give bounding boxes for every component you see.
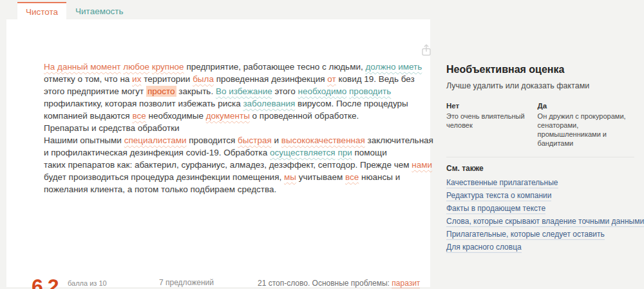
plain-text: помощи (352, 148, 387, 157)
editor-text-area[interactable]: На данный момент любое крупное предприят… (44, 61, 434, 195)
see-also-link-for-fancy-words[interactable]: Для красного словца (446, 243, 522, 253)
highlighted-word[interactable]: крупное (152, 62, 184, 72)
highlighted-word[interactable]: проводить (349, 86, 391, 96)
highlighted-word[interactable]: от (327, 74, 336, 84)
explanation-advice: Лучше удалить или доказать фактами (446, 81, 634, 90)
glavred-score: 6,2 (32, 275, 58, 289)
plain-text: таких препаратов как: абактерил, сурфани… (44, 160, 412, 170)
plain-text: проведенная дезинфекция (214, 74, 327, 84)
plain-text: предприятие, работающее тесно с людьми, (184, 62, 366, 72)
highlighted-word[interactable]: все (345, 172, 359, 182)
highlighted-word[interactable]: необходимо (298, 86, 347, 96)
plain-text: закрыть. (176, 86, 216, 96)
stop-word-summary: 21 стоп-слово. Основные проблемы: парази… (258, 278, 451, 289)
highlighted-word[interactable]: нами (412, 160, 432, 170)
plain-text: проводится (187, 135, 238, 145)
see-also-label: См. также (446, 164, 634, 173)
score-caption-line1: балла из 10 (68, 279, 131, 288)
bad-example-text: Это очень влиятельный человек (446, 112, 533, 130)
plain-text: Нашими опытными (44, 135, 124, 145)
plain-text: Препараты и средства обработки (44, 123, 180, 133)
score-caption: балла из 10 по шкале Главреда (68, 279, 131, 289)
highlighted-word[interactable]: должно иметь (365, 62, 422, 72)
text-counts: 7 предложений 102 слова, 820 знаков (159, 278, 238, 289)
plain-text: этого (272, 86, 298, 96)
highlighted-word[interactable]: все (132, 111, 146, 121)
plain-text: и профилактическая дезинфекция covid-19.… (44, 148, 270, 157)
highlighted-word[interactable]: была (193, 74, 214, 84)
good-example-column: Да Он дружил с прокурорами, сенаторами, … (538, 102, 634, 148)
sentence-count: 7 предложений (159, 278, 238, 288)
highlighted-word[interactable]: Во избежание (216, 86, 272, 96)
plain-text: учитываем (296, 172, 345, 182)
editor-card: На данный момент любое крупное предприят… (6, 19, 430, 287)
stop-word-count-text: 21 стоп-слово. Основные проблемы: (258, 279, 390, 288)
highlighted-word[interactable]: осуществляется (270, 148, 336, 157)
good-example-label: Да (538, 102, 634, 110)
plain-text: будет производиться процедура дезинфекци… (44, 172, 284, 182)
tab-readability[interactable]: Читаемость (67, 2, 131, 20)
bad-example-column: Нет Это очень влиятельный человек (446, 102, 538, 148)
sidebar-divider (446, 157, 634, 157)
good-example-text: Он дружил с прокурорами, сенаторами, про… (538, 112, 634, 148)
highlighted-word[interactable]: заболевания (243, 99, 295, 108)
see-also-link-company-text-editing[interactable]: Редактура текста о компании (446, 192, 551, 201)
share-icon[interactable] (419, 43, 433, 57)
explanation-title: Необъективная оценка (446, 64, 634, 75)
plain-text: территории (141, 74, 193, 84)
see-also-link-quality-adjectives[interactable]: Качественные прилагательные (446, 179, 558, 188)
see-also-link-words-hiding-exact-data[interactable]: Слова, которые скрывают владение точными… (446, 217, 644, 227)
highlighted-word[interactable]: при (337, 148, 352, 157)
tab-bar: Чистота Читаемость (17, 2, 131, 20)
explanation-panel: Необъективная оценка Лучше удалить или д… (446, 64, 634, 256)
plain-text: о проведенной обработке. (250, 111, 359, 121)
highlighted-word[interactable]: На данный момент (44, 62, 121, 72)
highlighted-word[interactable]: высококачественная (281, 135, 365, 145)
plain-text: необходимые (146, 111, 206, 121)
tab-cleanliness[interactable]: Чистота (17, 2, 66, 20)
example-columns: Нет Это очень влиятельный человек Да Он … (446, 102, 634, 148)
highlighted-word[interactable]: их (132, 74, 141, 84)
see-also-links: Качественные прилагательные Редактура те… (446, 179, 634, 253)
see-also-link-adjectives-to-keep[interactable]: Прилагательные, которые следует оставить (446, 230, 605, 240)
highlighted-word[interactable]: специалистами (124, 135, 187, 145)
highlighted-word[interactable]: любое (123, 62, 149, 72)
bad-example-label: Нет (446, 102, 533, 110)
highlighted-word[interactable]: просто (146, 86, 176, 97)
see-also-link-facts-in-selling-text[interactable]: Факты в продающем тексте (446, 204, 545, 214)
plain-text: и (272, 135, 281, 145)
highlighted-word[interactable]: мы (284, 172, 296, 182)
highlighted-word[interactable]: быстрая (238, 135, 272, 145)
plain-text: заключительная (365, 135, 433, 145)
plain-text: отметку о том, что на (44, 74, 132, 84)
plain-text: профилактику, которая позволит избежать … (44, 99, 243, 108)
highlighted-word[interactable]: документы (206, 111, 250, 121)
